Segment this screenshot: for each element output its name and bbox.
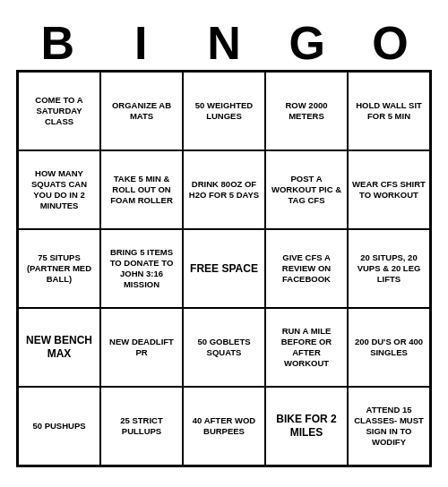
bingo-cell: BIKE FOR 2 MILES bbox=[265, 387, 348, 466]
bingo-cell: TAKE 5 MIN & ROLL OUT ON FOAM ROLLER bbox=[100, 150, 183, 229]
bingo-cell: 25 STRICT PULLUPS bbox=[100, 387, 183, 466]
title-letter: N bbox=[185, 20, 263, 66]
bingo-cell: COME TO A SATURDAY CLASS bbox=[18, 72, 100, 150]
bingo-cell: 75 SITUPS (PARTNER MED BALL) bbox=[18, 229, 100, 308]
bingo-cell: 50 GOBLETS SQUATS bbox=[183, 308, 265, 387]
bingo-cell: 40 AFTER WOD BURPEES bbox=[183, 387, 265, 466]
bingo-cell: POST A WORKOUT PIC & TAG CFS bbox=[265, 150, 348, 229]
bingo-cell: ORGANIZE AB MATS bbox=[100, 72, 183, 150]
bingo-cell: 50 PUSHUPS bbox=[18, 387, 100, 466]
title-letter: O bbox=[351, 20, 430, 66]
bingo-cell: NEW BENCH MAX bbox=[18, 308, 100, 387]
bingo-cell: BRING 5 ITEMS TO DONATE TO JOHN 3:16 MIS… bbox=[100, 229, 183, 308]
bingo-grid: COME TO A SATURDAY CLASSORGANIZE AB MATS… bbox=[16, 70, 432, 467]
bingo-cell: 50 WEIGHTED LUNGES bbox=[183, 72, 265, 150]
bingo-cell: ATTEND 15 CLASSES- MUST SIGN IN TO WODIF… bbox=[348, 387, 430, 466]
bingo-cell: RUN A MILE BEFORE OR AFTER WORKOUT bbox=[265, 308, 348, 387]
bingo-cell: 20 SITUPS, 20 VUPS & 20 LEG LIFTS bbox=[348, 229, 430, 308]
bingo-cell: GIVE CFS A REVIEW ON FACEBOOK bbox=[265, 229, 348, 308]
bingo-card: BINGO COME TO A SATURDAY CLASSORGANIZE A… bbox=[9, 13, 439, 474]
title-letter: G bbox=[268, 20, 347, 66]
bingo-cell: ROW 2000 METERS bbox=[265, 72, 348, 150]
title-letter: I bbox=[101, 20, 180, 66]
bingo-title: BINGO bbox=[16, 20, 432, 66]
bingo-cell: HOLD WALL SIT FOR 5 MIN bbox=[348, 72, 430, 150]
bingo-cell: 200 DU'S OR 400 SINGLES bbox=[348, 308, 430, 387]
bingo-cell: WEAR CFS SHIRT TO WORKOUT bbox=[348, 150, 430, 229]
bingo-cell: FREE SPACE bbox=[183, 229, 265, 308]
bingo-cell: HOW MANY SQUATS CAN YOU DO IN 2 MINUTES bbox=[18, 150, 100, 229]
bingo-cell: DRINK 80OZ OF H2O FOR 5 DAYS bbox=[183, 150, 265, 229]
bingo-cell: NEW DEADLIFT PR bbox=[100, 308, 183, 387]
title-letter: B bbox=[18, 20, 97, 66]
